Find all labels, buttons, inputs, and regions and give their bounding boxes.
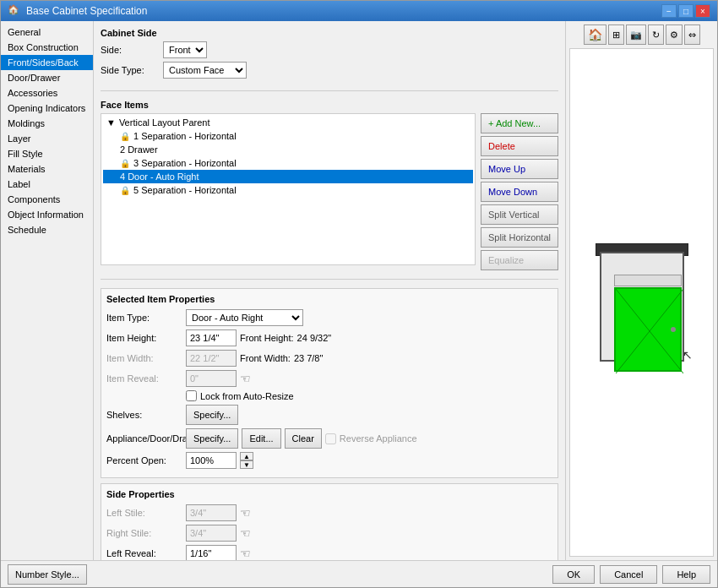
camera-btn[interactable]: 📷	[626, 24, 646, 45]
item-height-input[interactable]	[186, 329, 237, 346]
face-items-title: Face Items	[101, 100, 558, 110]
front-height-value: 24 9/32"	[297, 333, 332, 343]
left-reveal-row: Left Reveal: ☜	[106, 545, 552, 560]
settings-btn[interactable]: ⚙	[666, 24, 683, 45]
right-stile-input[interactable]	[186, 525, 237, 542]
shelves-row: Shelves: Specify...	[106, 405, 552, 425]
window-title: Base Cabinet Specification	[26, 5, 147, 17]
cabinet-preview: ↖	[591, 235, 693, 370]
home-icon-btn[interactable]: 🏠	[584, 24, 606, 45]
percent-open-label: Percent Open:	[106, 455, 182, 466]
left-stile-row: Left Stile: ☜	[106, 504, 552, 521]
item-reveal-row: Item Reveal: ☜	[106, 370, 552, 387]
reveal-hand-icon: ☜	[240, 372, 251, 385]
item-width-row: Item Width: Front Width: 23 7/8"	[106, 350, 552, 367]
preview-toolbar: 🏠 ⊞ 📷 ↻ ⚙ ⇔	[569, 24, 714, 45]
close-btn[interactable]: ×	[695, 4, 710, 18]
shelves-specify-button[interactable]: Specify...	[186, 405, 238, 425]
sidebar-item-object-information[interactable]: Object Information	[1, 207, 93, 222]
item-width-input[interactable]	[186, 350, 237, 367]
sidebar-item-front-sides-back[interactable]: Front/Sides/Back	[1, 55, 93, 70]
equalize-button[interactable]: Equalize	[481, 250, 558, 270]
item-reveal-input[interactable]	[186, 370, 237, 387]
selected-props-title: Selected Item Properties	[106, 294, 552, 304]
sidebar-item-box-construction[interactable]: Box Construction	[1, 40, 93, 55]
number-style-button[interactable]: Number Style...	[8, 564, 87, 585]
sidebar-item-door-drawer[interactable]: Door/Drawer	[1, 70, 93, 85]
lock-checkbox[interactable]	[186, 390, 197, 401]
divider-2	[101, 279, 558, 280]
tree-item-5[interactable]: 🔒 5 Separation - Horizontal	[103, 183, 473, 197]
minimize-btn[interactable]: −	[661, 4, 677, 18]
cabinet-knob	[671, 327, 676, 332]
side-select[interactable]: Front Back Left Right	[163, 41, 207, 58]
percent-down-btn[interactable]: ▼	[240, 460, 253, 469]
tree-item-4[interactable]: 4 Door - Auto Right	[103, 170, 473, 183]
sidebar-item-schedule[interactable]: Schedule	[1, 222, 93, 237]
tree-item-4-label: 4 Door - Auto Right	[120, 172, 199, 182]
side-type-row: Side Type: Custom Face Standard Face	[101, 62, 558, 79]
item-type-select[interactable]: Door - Auto Right Door - Auto Left Drawe…	[186, 309, 303, 326]
cabinet-side-section: Cabinet Side Side: Front Back Left Right…	[101, 28, 558, 82]
right-stile-row: Right Stile: ☜	[106, 525, 552, 542]
cabinet-door	[614, 287, 682, 372]
bottom-bar: Number Style... OK Cancel Help	[1, 560, 717, 587]
ok-button[interactable]: OK	[552, 565, 595, 584]
appliance-row: Appliance/Door/Drawer: Specify... Edit..…	[106, 428, 552, 449]
left-reveal-input[interactable]	[186, 545, 237, 560]
split-vertical-button[interactable]: Split Vertical	[481, 204, 558, 225]
expand-icon: ▼	[106, 117, 116, 128]
tree-item-1[interactable]: 🔒 1 Separation - Horizontal	[103, 129, 473, 143]
left-stile-input[interactable]	[186, 504, 237, 521]
zoom-fit-btn[interactable]: ⊞	[608, 24, 624, 45]
face-items-panel: ▼ Vertical Layout Parent 🔒 1 Separation …	[101, 113, 558, 270]
bottom-right-buttons: OK Cancel Help	[552, 565, 710, 584]
lock-icon-5: 🔒	[120, 186, 130, 195]
clear-button[interactable]: Clear	[285, 428, 322, 449]
percent-up-btn[interactable]: ▲	[240, 452, 253, 460]
move-up-button[interactable]: Move Up	[481, 159, 558, 179]
sidebar-item-moldings[interactable]: Moldings	[1, 116, 93, 131]
tree-item-3-label: 3 Separation - Horizontal	[133, 158, 237, 168]
front-width-label: Front Width:	[240, 353, 291, 363]
selected-item-properties-section: Selected Item Properties Item Type: Door…	[101, 288, 558, 478]
sidebar-item-general[interactable]: General	[1, 24, 93, 40]
sidebar-item-components[interactable]: Components	[1, 192, 93, 207]
split-horizontal-button[interactable]: Split Horizontal	[481, 227, 558, 248]
tree-item-3[interactable]: 🔒 3 Separation - Horizontal	[103, 156, 473, 170]
tree-item-root-label: Vertical Layout Parent	[119, 117, 210, 128]
move-down-button[interactable]: Move Down	[481, 182, 558, 202]
right-panel: 🏠 ⊞ 📷 ↻ ⚙ ⇔	[565, 21, 717, 560]
arrows-btn[interactable]: ⇔	[684, 24, 700, 45]
sidebar-item-fill-style[interactable]: Fill Style	[1, 146, 93, 161]
tree-item-1-label: 1 Separation - Horizontal	[133, 131, 237, 141]
cabinet-side-title: Cabinet Side	[101, 28, 558, 38]
sidebar-item-accessories[interactable]: Accessories	[1, 85, 93, 101]
reverse-appliance-checkbox[interactable]	[325, 433, 336, 444]
delete-button[interactable]: Delete	[481, 136, 558, 156]
tree-item-2[interactable]: 2 Drawer	[103, 143, 473, 156]
rotate-btn[interactable]: ↻	[648, 24, 664, 45]
cabinet-body	[600, 252, 684, 362]
item-width-label: Item Width:	[106, 353, 182, 363]
item-reveal-label: Item Reveal:	[106, 373, 182, 384]
cancel-button[interactable]: Cancel	[600, 565, 657, 584]
title-bar: 🏠 Base Cabinet Specification − □ ×	[1, 1, 717, 21]
side-label: Side:	[101, 45, 160, 55]
tree-item-root[interactable]: ▼ Vertical Layout Parent	[103, 116, 473, 129]
add-new-button[interactable]: + Add New...	[481, 113, 558, 133]
sidebar-item-layer[interactable]: Layer	[1, 131, 93, 146]
item-type-label: Item Type:	[106, 313, 182, 323]
sidebar-item-materials[interactable]: Materials	[1, 161, 93, 177]
shelves-label: Shelves:	[106, 410, 182, 420]
maximize-btn[interactable]: □	[678, 4, 694, 18]
cabinet-preview-box: ↖	[569, 48, 714, 557]
percent-open-input[interactable]	[186, 452, 237, 469]
appliance-specify-button[interactable]: Specify...	[186, 428, 238, 449]
edit-button[interactable]: Edit...	[242, 428, 280, 449]
lock-icon-3: 🔒	[120, 159, 130, 168]
help-button[interactable]: Help	[662, 565, 710, 584]
sidebar-item-opening-indicators[interactable]: Opening Indicators	[1, 101, 93, 116]
side-type-select[interactable]: Custom Face Standard Face	[163, 62, 247, 79]
sidebar-item-label[interactable]: Label	[1, 177, 93, 192]
